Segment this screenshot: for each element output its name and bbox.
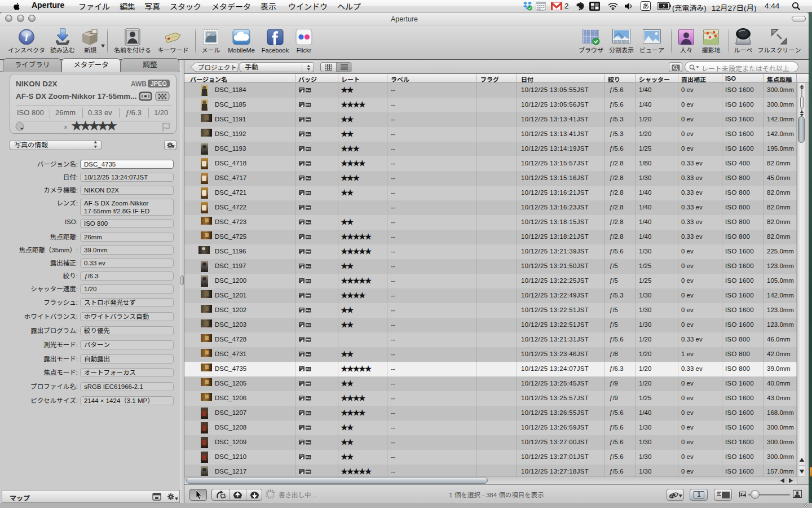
svg-text:i: i bbox=[25, 32, 28, 43]
svg-text:プロジェクト: プロジェクト bbox=[198, 63, 237, 72]
